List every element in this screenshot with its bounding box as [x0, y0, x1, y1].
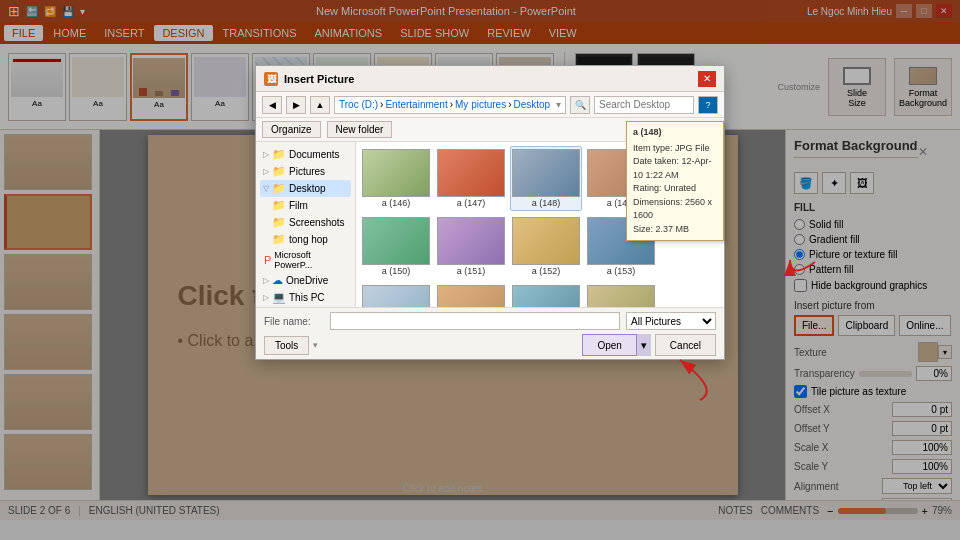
thumb-img-157	[587, 285, 655, 307]
tree-thispc[interactable]: ▷ 💻 This PC	[260, 289, 351, 306]
thumb-150[interactable]: a (150)	[360, 214, 432, 279]
dialog-sidebar: ▷ 📁 Documents ▷ 📁 Pictures ▽ 📁 Desktop 📁…	[256, 142, 356, 307]
thumb-img-154	[362, 285, 430, 307]
dialog-bottom: File name: All Pictures Tools ▾ Open ▾ C…	[256, 307, 724, 359]
dialog-titlebar: 🖼 Insert Picture ✕	[256, 66, 724, 92]
tree-screenshots[interactable]: 📁 Screenshots	[260, 214, 351, 231]
thumb-155[interactable]: a (155)	[435, 282, 507, 307]
filename-label: File name:	[264, 316, 324, 327]
thumb-img-146	[362, 149, 430, 197]
thumb-img-152	[512, 217, 580, 265]
thumb-img-156	[512, 285, 580, 307]
tooltip-148: a (148) Item type: JPG File Date taken: …	[626, 142, 724, 241]
dialog-icon: 🖼	[264, 72, 278, 86]
search-input[interactable]	[594, 96, 694, 114]
thumb-157[interactable]: a (157)	[585, 282, 657, 307]
path-1[interactable]: Troc (D:)	[339, 99, 378, 110]
tooltip-date: Date taken: 12-Apr-10 1:22 AM	[633, 155, 717, 182]
open-btn-group: Open ▾	[582, 334, 650, 356]
thumb-label-153: a (153)	[607, 266, 636, 276]
thumb-156[interactable]: a (156)	[510, 282, 582, 307]
nav-help-btn[interactable]: ?	[698, 96, 718, 114]
thumb-154[interactable]: a (154)	[360, 282, 432, 307]
thumb-label-148: a (148)	[532, 198, 561, 208]
path-2[interactable]: Entertainment	[385, 99, 447, 110]
tooltip-dimensions: Dimensions: 2560 x 1600	[633, 196, 717, 223]
tree-onedrive[interactable]: ▷ ☁ OneDrive	[260, 272, 351, 289]
dialog-content: a (146) a (147) a (148) a (148) Item typ…	[356, 142, 724, 307]
tree-documents[interactable]: ▷ 📁 Documents	[260, 146, 351, 163]
thumb-img-147	[437, 149, 505, 197]
thumb-151[interactable]: a (151)	[435, 214, 507, 279]
thumb-label-150: a (150)	[382, 266, 411, 276]
tree-ppt[interactable]: P Microsoft PowerP...	[260, 248, 351, 272]
nav-forward-btn[interactable]: ▶	[286, 96, 306, 114]
thumb-img-150	[362, 217, 430, 265]
thumb-label-147: a (147)	[457, 198, 486, 208]
dialog-body: ▷ 📁 Documents ▷ 📁 Pictures ▽ 📁 Desktop 📁…	[256, 142, 724, 307]
thumb-img-155	[437, 285, 505, 307]
thumb-147[interactable]: a (147)	[435, 146, 507, 211]
thumb-label-152: a (152)	[532, 266, 561, 276]
thumb-img-151	[437, 217, 505, 265]
tree-tonghop[interactable]: 📁 tong hop	[260, 231, 351, 248]
cancel-btn[interactable]: Cancel	[655, 334, 716, 356]
tree-desktop[interactable]: ▽ 📁 Desktop	[260, 180, 351, 197]
tooltip-rating: Rating: Unrated	[633, 182, 717, 196]
path-4[interactable]: Desktop	[514, 99, 551, 110]
thumb-148[interactable]: a (148)	[510, 146, 582, 211]
insert-dialog: 🖼 Insert Picture ✕ ◀ ▶ ▲ Troc (D:) › Ent…	[255, 65, 725, 360]
open-dropdown-arrow[interactable]: ▾	[636, 334, 651, 356]
nav-search-btn[interactable]: 🔍	[570, 96, 590, 114]
dialog-action-btns: Tools ▾ Open ▾ Cancel	[264, 334, 716, 356]
dialog-close-btn[interactable]: ✕	[698, 71, 716, 87]
tree-pictures[interactable]: ▷ 📁 Pictures	[260, 163, 351, 180]
filename-row: File name: All Pictures	[264, 312, 716, 330]
thumbnail-grid: a (146) a (147) a (148) a (148) Item typ…	[360, 146, 720, 307]
dialog-title: Insert Picture	[284, 73, 354, 85]
path-3[interactable]: My pictures	[455, 99, 506, 110]
thumb-img-148	[512, 149, 580, 197]
thumb-label-151: a (151)	[457, 266, 486, 276]
nav-back-btn[interactable]: ◀	[262, 96, 282, 114]
thumb-152[interactable]: a (152)	[510, 214, 582, 279]
open-btn[interactable]: Open	[582, 334, 635, 356]
new-folder-btn[interactable]: New folder	[327, 121, 393, 138]
dialog-nav: ◀ ▶ ▲ Troc (D:) › Entertainment › My pic…	[256, 92, 724, 118]
breadcrumb: Troc (D:) › Entertainment › My pictures …	[334, 96, 566, 114]
thumb-label-146: a (146)	[382, 198, 411, 208]
nav-up-btn[interactable]: ▲	[310, 96, 330, 114]
tree-film[interactable]: 📁 Film	[260, 197, 351, 214]
thumb-146[interactable]: a (146)	[360, 146, 432, 211]
organize-btn[interactable]: Organize	[262, 121, 321, 138]
filename-input[interactable]	[330, 312, 620, 330]
tooltip-type: Item type: JPG File	[633, 142, 717, 155]
filetype-select[interactable]: All Pictures	[626, 312, 716, 330]
tooltip-size: Size: 2.37 MB	[633, 223, 717, 237]
tools-btn[interactable]: Tools	[264, 336, 309, 355]
